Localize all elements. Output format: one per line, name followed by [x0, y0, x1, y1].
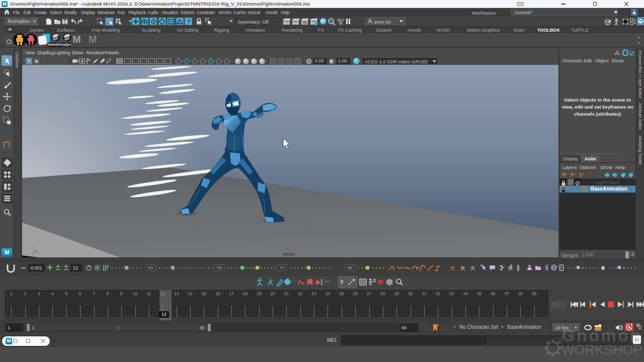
svg-text:IPR: IPR: [303, 22, 307, 25]
svg-text:y: y: [34, 241, 36, 245]
svg-text:persp: persp: [283, 251, 295, 256]
svg-text:?: ?: [187, 19, 190, 25]
svg-text:x: x: [38, 252, 40, 255]
